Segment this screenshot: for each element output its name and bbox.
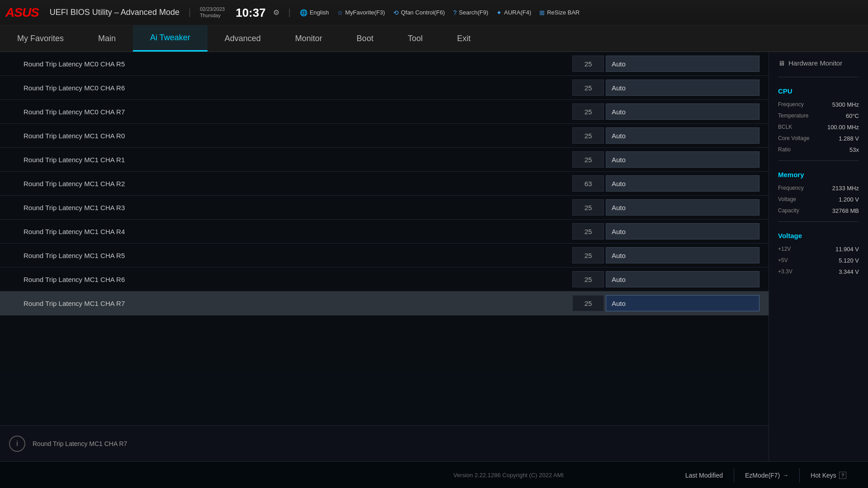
- search-button[interactable]: ? Search(F9): [453, 9, 488, 16]
- nav-my-favorites[interactable]: My Favorites: [0, 25, 81, 52]
- setting-dropdown[interactable]: Auto: [606, 199, 760, 216]
- hotkeys-label: Hot Keys: [811, 472, 836, 479]
- setting-dropdown[interactable]: Auto: [606, 175, 760, 192]
- hw-cpu-freq-value: 5300 MHz: [832, 101, 859, 108]
- header: ASUS UEFI BIOS Utility – Advanced Mode |…: [0, 0, 868, 52]
- hw-voltage-title: Voltage: [778, 232, 859, 239]
- hw-mem-freq-value: 2133 MHz: [832, 185, 859, 192]
- hw-ratio-label: Ratio: [778, 146, 791, 153]
- clock: 10:37: [236, 7, 266, 19]
- setting-dropdown[interactable]: Auto: [606, 56, 760, 72]
- hw-bclk-value: 100.00 MHz: [827, 124, 859, 131]
- setting-label: Round Trip Latency MC1 CHA R6: [9, 276, 572, 283]
- nav-ai-tweaker[interactable]: Ai Tweaker: [133, 25, 208, 52]
- setting-dropdown[interactable]: Auto: [606, 103, 760, 120]
- nav-tool[interactable]: Tool: [391, 25, 440, 52]
- hw-mem-capacity-row: Capacity 32768 MB: [778, 207, 859, 214]
- datetime: 02/23/2023 Thursday: [200, 6, 225, 18]
- footer-version: Version 2.22.1286 Copyright (C) 2022 AMI: [343, 472, 675, 479]
- hw-12v-label: +12V: [778, 246, 791, 253]
- hw-bclk-label: BCLK: [778, 124, 792, 131]
- setting-row-mc1-r3[interactable]: Round Trip Latency MC1 CHA R3 25 Auto: [0, 196, 769, 220]
- bios-title: UEFI BIOS Utility – Advanced Mode: [50, 8, 179, 17]
- setting-dropdown[interactable]: Auto: [606, 80, 760, 96]
- setting-dropdown[interactable]: Auto: [606, 271, 760, 287]
- setting-label: Round Trip Latency MC1 CHA R2: [9, 180, 572, 188]
- setting-row-mc1-r5[interactable]: Round Trip Latency MC1 CHA R5 25 Auto: [0, 244, 769, 267]
- hw-5v-row: +5V 5.120 V: [778, 257, 859, 264]
- setting-label: Round Trip Latency MC1 CHA R7: [9, 300, 572, 307]
- hw-33v-row: +3.3V 3.344 V: [778, 268, 859, 275]
- aura-label: AURA(F4): [504, 9, 531, 16]
- settings-panel: Round Trip Latency MC0 CHA R5 25 Auto Ro…: [0, 52, 769, 461]
- hw-cpu-temp-value: 60°C: [846, 113, 859, 119]
- setting-num: 25: [572, 247, 604, 263]
- top-bar-actions: 🌐 English ☆ MyFavorite(F3) ⟲ Qfan Contro…: [300, 9, 863, 16]
- info-icon: i: [9, 436, 25, 452]
- setting-label: Round Trip Latency MC1 CHA R3: [9, 204, 572, 211]
- setting-row-mc0-r7[interactable]: Round Trip Latency MC0 CHA R7 25 Auto: [0, 100, 769, 124]
- hw-mem-freq-row: Frequency 2133 MHz: [778, 185, 859, 192]
- hw-mem-voltage-value: 1.200 V: [839, 196, 859, 203]
- setting-row-mc0-r6[interactable]: Round Trip Latency MC0 CHA R6 25 Auto: [0, 76, 769, 100]
- search-label: Search(F9): [459, 9, 488, 16]
- nav-main[interactable]: Main: [81, 25, 133, 52]
- nav-monitor[interactable]: Monitor: [278, 25, 340, 52]
- setting-row-mc1-r7[interactable]: Round Trip Latency MC1 CHA R7 25 Auto: [0, 291, 769, 315]
- setting-row-mc1-r6[interactable]: Round Trip Latency MC1 CHA R6 25 Auto: [0, 267, 769, 291]
- divider3: [778, 221, 859, 222]
- setting-label: Round Trip Latency MC1 CHA R5: [9, 252, 572, 259]
- hw-memory-title: Memory: [778, 171, 859, 178]
- hw-corevoltage-label: Core Voltage: [778, 135, 809, 142]
- aura-button[interactable]: ✦ AURA(F4): [496, 9, 531, 16]
- resizebar-button[interactable]: ⊞ ReSize BAR: [539, 9, 580, 16]
- setting-row-mc0-r5[interactable]: Round Trip Latency MC0 CHA R5 25 Auto: [0, 52, 769, 76]
- setting-row-mc1-r4[interactable]: Round Trip Latency MC1 CHA R4 25 Auto: [0, 220, 769, 244]
- hw-cpu-title: CPU: [778, 87, 859, 95]
- aura-icon: ✦: [496, 9, 502, 16]
- info-bar: i Round Trip Latency MC1 CHA R7: [0, 425, 769, 461]
- hw-5v-value: 5.120 V: [839, 257, 859, 264]
- resizebar-icon: ⊞: [539, 9, 545, 16]
- setting-dropdown[interactable]: Auto: [606, 295, 760, 311]
- hw-monitor-title: 🖥 Hardware Monitor: [778, 59, 859, 67]
- qfan-label: Qfan Control(F6): [401, 9, 445, 16]
- qfan-icon: ⟲: [393, 9, 399, 16]
- setting-label: Round Trip Latency MC1 CHA R1: [9, 156, 572, 164]
- setting-dropdown[interactable]: Auto: [606, 127, 760, 144]
- gear-icon[interactable]: ⚙: [273, 8, 279, 17]
- language-button[interactable]: 🌐 English: [300, 9, 329, 16]
- hw-corevoltage-row: Core Voltage 1.288 V: [778, 135, 859, 142]
- last-modified-button[interactable]: Last Modified: [675, 468, 734, 483]
- footer: Version 2.22.1286 Copyright (C) 2022 AMI…: [0, 461, 868, 488]
- nav-advanced[interactable]: Advanced: [208, 25, 278, 52]
- hotkeys-button[interactable]: Hot Keys ?: [800, 468, 857, 483]
- hw-cpu-temp-label: Temperature: [778, 113, 808, 119]
- setting-num: 25: [572, 199, 604, 216]
- setting-num: 63: [572, 175, 604, 192]
- ezmode-label: EzMode(F7): [745, 472, 780, 479]
- main-content: Round Trip Latency MC0 CHA R5 25 Auto Ro…: [0, 52, 868, 461]
- ezmode-button[interactable]: EzMode(F7) →: [734, 468, 800, 483]
- nav-exit[interactable]: Exit: [440, 25, 488, 52]
- nav-boot[interactable]: Boot: [340, 25, 391, 52]
- myfavorite-button[interactable]: ☆ MyFavorite(F3): [337, 9, 385, 16]
- setting-dropdown[interactable]: Auto: [606, 151, 760, 168]
- qfan-button[interactable]: ⟲ Qfan Control(F6): [393, 9, 445, 16]
- hw-12v-value: 11.904 V: [835, 246, 859, 253]
- setting-dropdown[interactable]: Auto: [606, 223, 760, 239]
- setting-row-mc1-r1[interactable]: Round Trip Latency MC1 CHA R1 25 Auto: [0, 148, 769, 172]
- setting-num: 25: [572, 151, 604, 168]
- top-bar: ASUS UEFI BIOS Utility – Advanced Mode |…: [0, 0, 868, 25]
- setting-row-mc1-r2[interactable]: Round Trip Latency MC1 CHA R2 63 Auto: [0, 172, 769, 196]
- hw-cpu-freq-label: Frequency: [778, 101, 804, 108]
- info-text: Round Trip Latency MC1 CHA R7: [33, 440, 127, 447]
- ezmode-arrow-icon: →: [783, 472, 788, 479]
- separator: |: [189, 7, 191, 18]
- setting-num: 25: [572, 103, 604, 120]
- hw-33v-value: 3.344 V: [839, 268, 859, 275]
- monitor-icon: 🖥: [778, 59, 785, 67]
- setting-row-mc1-r0[interactable]: Round Trip Latency MC1 CHA R0 25 Auto: [0, 124, 769, 148]
- setting-dropdown[interactable]: Auto: [606, 247, 760, 263]
- hw-mem-voltage-row: Voltage 1.200 V: [778, 196, 859, 203]
